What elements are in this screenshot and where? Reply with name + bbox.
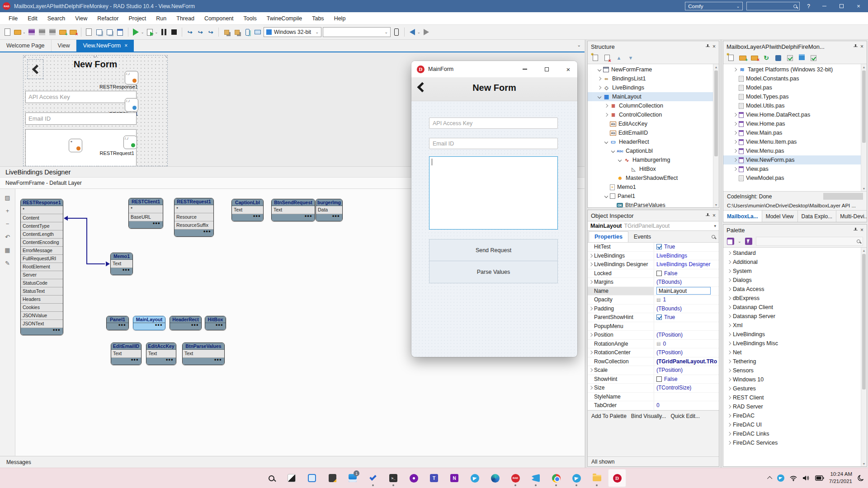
property-name[interactable]: ShowHint [588,375,654,384]
chevron-right-icon[interactable] [727,378,731,381]
lb-block-restclient1[interactable]: RESTClient1*BaseURL••• [128,198,163,229]
close-icon[interactable]: × [124,42,127,49]
navigate-back-button[interactable] [408,28,417,37]
compile-icon[interactable] [222,28,231,37]
palette-search-input[interactable] [756,237,863,246]
property-value[interactable]: ▤0 [654,340,719,348]
chevron-right-icon[interactable] [727,369,731,372]
run-until-return-icon[interactable]: ↪ [206,28,215,37]
save-all-icon[interactable] [38,28,47,37]
pin-icon[interactable] [853,44,858,49]
chevron-right-icon[interactable] [727,287,731,291]
structure-item-headerrect[interactable]: ▭HeaderRect [588,137,719,146]
photos-icon[interactable] [303,469,321,487]
new-window-icon[interactable] [95,28,104,37]
palette-category-gestures[interactable]: Gestures [723,384,867,393]
button-send-request[interactable]: Send Request [429,239,558,261]
menu-refactor[interactable]: Refactor [92,12,123,24]
property-name[interactable]: RowCollection [588,357,654,366]
lb-block-restrequest1[interactable]: RESTRequest1*ResourceResourceSuffix••• [174,198,214,237]
chevron-right-icon[interactable] [733,140,737,144]
mainform-memo[interactable] [429,156,558,230]
chevron-right-icon[interactable] [727,342,731,345]
ellipsis-icon[interactable]: ••• [203,228,211,235]
palette-category-datasnap-server[interactable]: Datasnap Server [723,312,867,321]
chevron-right-icon[interactable] [727,360,731,363]
chevron-down-icon[interactable] [611,149,615,153]
step-over-icon[interactable]: ↪ [196,28,205,37]
device-toggle-icon[interactable] [392,28,401,37]
lb-block-field[interactable]: Resource [175,213,213,221]
chevron-right-icon[interactable] [598,77,601,80]
lb-block-memo1[interactable]: Memo1Text••• [110,253,133,275]
onenote-icon[interactable]: N [445,469,463,487]
menu-component[interactable]: Component [199,12,239,24]
property-value[interactable]: False [654,375,719,384]
window-layout-icon[interactable] [105,28,114,37]
ellipsis-icon[interactable]: ••• [166,357,174,363]
project-item-target-platforms-windows-32-bit-[interactable]: ≋Target Platforms (Windows 32-bit) [723,65,867,74]
lb-block-hitbox[interactable]: HitBox••• [205,316,226,330]
property-name[interactable]: Scale [588,366,654,375]
close-icon[interactable]: × [860,43,863,50]
compile-icon[interactable] [786,54,794,62]
zoom-fit-icon[interactable]: ▨ [4,193,12,202]
scroll-up-icon[interactable]: ▲ [861,64,867,70]
property-name[interactable]: HitTest [588,243,654,251]
tray-overflow-chevron-icon[interactable] [767,476,772,481]
property-name[interactable]: Position [588,331,654,339]
chevron-right-icon[interactable] [727,251,731,255]
structure-item-hamburgerimg[interactable]: ∿HamburgerImg [588,155,719,164]
move-down-icon[interactable]: ▼ [627,54,635,62]
chevron-right-icon[interactable] [733,113,737,117]
ellipsis-icon[interactable]: ••• [153,220,160,226]
ellipsis-icon[interactable]: ••• [332,213,340,219]
chevron-right-icon[interactable] [733,131,737,135]
scrollbar[interactable]: ▲ ▼ [861,64,867,191]
file-explorer-icon[interactable] [588,469,606,487]
save-as-icon[interactable] [48,28,57,37]
chevron-right-icon[interactable] [727,296,731,300]
property-value[interactable] [654,322,719,331]
menu-run[interactable]: Run [151,12,171,24]
files-icon[interactable] [323,469,341,487]
help-button[interactable]: ? [803,3,814,9]
structure-item-memo1[interactable]: ≡Memo1 [588,183,719,192]
grid-icon[interactable]: ▦ [4,246,12,254]
property-name[interactable]: ParentShowHint [588,313,654,322]
taskbar-clock[interactable]: 10:24 AM 7/21/2021 [829,471,852,485]
chevron-right-icon[interactable] [589,307,593,310]
lb-block-field[interactable]: ContentEncoding [21,239,63,247]
scrollbar[interactable]: ▲ ▼ [861,248,867,466]
undo-icon[interactable]: ↶ [4,233,12,241]
structure-item-bindingslist1[interactable]: ∞BindingsList1 [588,74,719,83]
property-value[interactable]: (TPosition) [654,366,719,375]
structure-item-controlcollection[interactable]: ≣ControlCollection [588,110,719,119]
palette-category-firedac[interactable]: FireDAC [723,411,867,420]
footer-link-add-to-palette[interactable]: Add To Palette [591,413,627,419]
chevron-down-icon[interactable]: ⌄ [141,30,144,34]
tab-list-chevron-icon[interactable]: ⌄ [577,42,581,47]
lb-block-headerrect[interactable]: HeaderRect••• [170,316,202,330]
property-edit-input[interactable]: MainLayout [656,287,711,295]
property-name[interactable]: Name [588,287,654,296]
mainform-window[interactable]: D MainForm × New Form API Access KeyEmai… [411,61,577,357]
refresh-icon[interactable]: ↻ [762,54,770,62]
open-project-icon[interactable] [13,28,22,37]
chevron-right-icon[interactable] [604,104,608,108]
ellipsis-icon[interactable]: ••• [214,357,222,363]
lb-block-field[interactable]: * [175,205,213,213]
property-name[interactable]: Margins [588,278,654,286]
checkbox-checked-icon[interactable] [656,314,662,320]
value-link[interactable]: LiveBindings Designer [656,261,710,267]
chevron-right-icon[interactable] [727,387,731,390]
vscode-icon[interactable] [527,469,545,487]
palette-category-tethering[interactable]: Tethering [723,357,867,366]
telegram-tray-icon[interactable] [777,474,784,482]
ellipsis-icon[interactable]: ••• [123,267,130,273]
telegram-desktop-icon[interactable] [567,469,585,487]
lb-block-editacckey[interactable]: EditAccKeyText••• [146,343,176,365]
chevron-right-icon[interactable] [604,113,608,117]
teams-icon[interactable]: T [425,469,443,487]
project-item-view-home-pas[interactable]: View.Home.pas [723,119,867,128]
